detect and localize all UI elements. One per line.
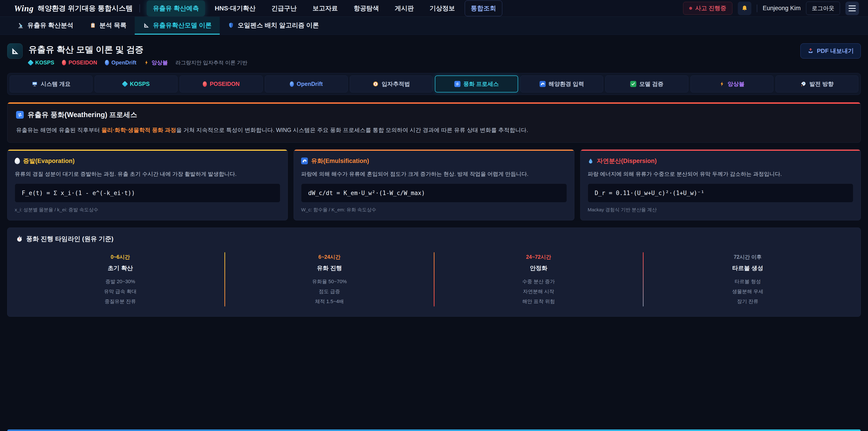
nav-item-reports[interactable]: 보고자료 xyxy=(307,0,344,16)
lightning-icon xyxy=(719,81,725,87)
section-tab-kosps[interactable]: KOSPS xyxy=(95,75,178,92)
card-title-text: 자연분산(Dispersion) xyxy=(597,157,657,165)
nav-item-board[interactable]: 게시판 xyxy=(389,0,420,16)
nav-item-hns-dispersion[interactable]: HNS·대기확산 xyxy=(209,0,261,16)
card-accent-strip xyxy=(294,150,574,151)
check-icon xyxy=(630,81,636,87)
blue-ellipse-icon xyxy=(105,60,109,65)
logout-button[interactable]: 로그아웃 xyxy=(806,2,840,15)
stage-item: 수중 분산 증가 xyxy=(434,277,643,286)
stage-item: 유막 급속 확대 xyxy=(16,286,224,297)
formula-note: x_i: 성분별 몰분율 / k_ei: 증발 속도상수 xyxy=(15,207,280,213)
section-tab-opendrift[interactable]: OpenDrift xyxy=(265,75,348,92)
section-tab-label: 앙상블 xyxy=(727,80,745,88)
subtab-oilfence-theory[interactable]: 오일펜스 배치 알고리즘 이론 xyxy=(220,17,327,35)
hamburger-icon xyxy=(848,5,856,11)
card-accent-strip xyxy=(581,150,861,151)
stage-item: 자연분해 시작 xyxy=(434,286,643,297)
emulsification-card: 유화(Emulsification) 파랑에 의해 해수가 유류에 혼입되어 점… xyxy=(293,149,574,220)
badge-label: OpenDrift xyxy=(112,59,136,66)
nav-item-aerial-search[interactable]: 항공탐색 xyxy=(348,0,385,16)
next-section-top-edge xyxy=(7,429,861,431)
section-tab-label: KOSPS xyxy=(130,81,150,87)
nav-item-integrated-search[interactable]: 통합조회 xyxy=(465,0,502,16)
divider xyxy=(140,4,140,12)
refresh-icon xyxy=(454,81,460,87)
section-tab-label: 입자추적법 xyxy=(381,80,410,88)
desc-after: 을 거쳐 지속적으로 특성이 변화합니다. WING 시스템은 주요 풍화 프로… xyxy=(176,127,528,133)
divider xyxy=(757,4,757,12)
stage-item: 중질유분 잔류 xyxy=(16,297,224,306)
diamond-icon xyxy=(28,60,34,66)
section-tab-ocean-input[interactable]: 해양환경 입력 xyxy=(520,75,603,92)
nav-item-oil-spill-prediction[interactable]: 유출유 확산예측 xyxy=(147,0,205,16)
nav-item-weather-info[interactable]: 기상정보 xyxy=(424,0,461,16)
weathering-timeline-card: 풍화 진행 타임라인 (원유 기준) 0~6시간 초기 확산 증발 20~30%… xyxy=(7,227,861,317)
stage-item: 체적 1.5~4배 xyxy=(225,297,434,306)
card-accent-strip xyxy=(7,150,287,151)
subtab-label: 유출유 확산분석 xyxy=(27,21,73,30)
formula-note: Mackay 경험식 기반 분산율 계산 xyxy=(588,207,853,213)
subtab-analysis-list[interactable]: 분석 목록 xyxy=(82,17,135,35)
section-tab-roadmap[interactable]: 발전 방향 xyxy=(776,75,858,92)
stage-item: 증발 20~30% xyxy=(16,277,224,286)
stage-name: 초기 확산 xyxy=(16,264,224,272)
stage-time: 24~72시간 xyxy=(434,254,643,260)
model-badges: KOSPS POSEIDON OpenDrift 앙상블 xyxy=(29,59,248,66)
weathering-title-text: 유출유 풍화(Weathering) 프로세스 xyxy=(28,110,137,120)
process-cards-row: 증발(Evaporation) 유류의 경질 성분이 대기로 증발하는 과정. … xyxy=(7,149,861,220)
subtab-label: 유출유확산모델 이론 xyxy=(153,21,212,30)
wave-icon xyxy=(539,81,546,87)
section-tab-label: 시스템 개요 xyxy=(41,80,70,88)
page-content: 유출유 확산 모델 이론 및 검증 KOSPS POSEIDON OpenDri… xyxy=(0,35,868,317)
wave-icon xyxy=(301,157,308,164)
pdf-export-button[interactable]: PDF 내보내기 xyxy=(800,43,861,59)
emulsification-formula: dW_c/dt = K_em·U_w²·(1-W_c/W_max) xyxy=(301,184,567,203)
section-tab-ensemble[interactable]: 앙상블 xyxy=(690,75,773,92)
stage-item: 유화율 50~70% xyxy=(225,277,434,286)
card-title-text: 증발(Evaporation) xyxy=(23,157,74,165)
card-description: 유류의 경질 성분이 대기로 증발하는 과정. 유출 초기 수시간 내에 가장 … xyxy=(15,171,280,178)
section-tab-poseidon[interactable]: POSEIDON xyxy=(180,75,262,92)
nav-item-emergency-rescue[interactable]: 긴급구난 xyxy=(266,0,303,16)
section-tab-weathering[interactable]: 풍화 프로세스 xyxy=(435,75,518,92)
weathering-section-title: 유출유 풍화(Weathering) 프로세스 xyxy=(16,110,852,120)
egg-icon xyxy=(15,158,20,164)
triangle-ruler-icon xyxy=(10,47,20,56)
page-subtitle: 라그랑지안 입자추적 이론 기반 xyxy=(176,59,247,66)
triangle-ruler-icon xyxy=(143,22,150,29)
section-tab-system-overview[interactable]: 시스템 개요 xyxy=(10,75,92,92)
subtab-model-theory[interactable]: 유출유확산모델 이론 xyxy=(135,17,220,35)
page-header: 유출유 확산 모델 이론 및 검증 KOSPS POSEIDON OpenDri… xyxy=(7,43,861,66)
subtab-spill-analysis[interactable]: 유출유 확산분석 xyxy=(9,17,82,35)
top-menu: 유출유 확산예측 HNS·대기확산 긴급구난 보고자료 항공탐색 게시판 기상정… xyxy=(147,0,502,16)
stage-item: 해안 표착 위험 xyxy=(434,297,643,306)
bell-icon xyxy=(741,5,748,12)
stage-item: 생물분해 우세 xyxy=(644,286,852,297)
section-tab-label: OpenDrift xyxy=(297,81,323,87)
gradient-top-border xyxy=(7,102,861,104)
timeline-stage-4: 72시간 이후 타르볼 생성 타르볼 형성 생물분해 우세 장기 잔류 xyxy=(644,252,852,306)
section-tab-label: POSEIDON xyxy=(210,81,240,87)
notifications-button[interactable] xyxy=(738,2,751,15)
incident-status-badge[interactable]: 사고 진행중 xyxy=(683,2,733,15)
weathering-description: 유출유는 해면에 유출된 직후부터 물리·화학·생물학적 풍화 과정을 거쳐 지… xyxy=(16,126,852,134)
user-name: Eunjeong Kim xyxy=(763,5,801,12)
section-tab-label: 풍화 프로세스 xyxy=(463,80,499,88)
hamburger-menu-button[interactable] xyxy=(845,2,859,15)
pdf-export-label: PDF 내보내기 xyxy=(817,47,854,55)
system-title: 해양환경 위기대응 통합시스템 xyxy=(38,4,133,13)
brand[interactable]: Wing 해양환경 위기대응 통합시스템 xyxy=(14,3,133,13)
top-navbar: Wing 해양환경 위기대응 통합시스템 유출유 확산예측 HNS·대기확산 긴… xyxy=(0,0,868,17)
section-tab-validation[interactable]: 모델 검증 xyxy=(605,75,688,92)
badge-label: KOSPS xyxy=(35,59,54,66)
stage-name: 안정화 xyxy=(434,264,643,272)
desc-before: 유출유는 해면에 유출된 직후부터 xyxy=(16,127,101,133)
ruler-icon-box xyxy=(7,43,23,59)
export-icon xyxy=(807,48,814,54)
microscope-icon xyxy=(17,22,24,29)
stage-name: 타르볼 생성 xyxy=(644,264,852,272)
section-tab-particle-tracking[interactable]: 입자추적법 xyxy=(350,75,433,92)
desc-highlight: 물리·화학·생물학적 풍화 과정 xyxy=(101,127,176,133)
section-tab-bar: 시스템 개요 KOSPS POSEIDON OpenDrift 입자추적법 xyxy=(7,73,861,95)
